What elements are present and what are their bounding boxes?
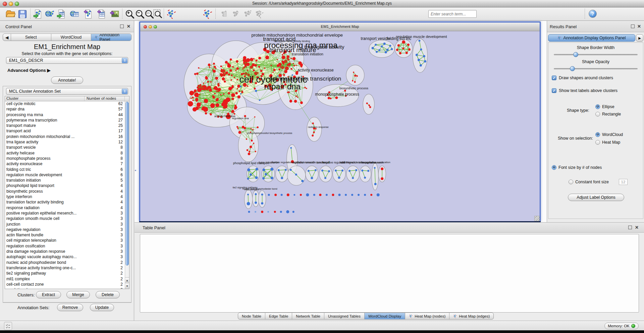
table-row[interactable]: transport mature25 <box>5 123 125 129</box>
radio-selected-icon[interactable] <box>595 132 600 137</box>
radio-selected-icon[interactable] <box>595 104 600 109</box>
tab-heat-map-edges-[interactable]: Heat Map (edges) <box>449 313 493 319</box>
table-row[interactable]: transferase activity transferring one-c.… <box>5 266 125 271</box>
shape-border-width-slider[interactable] <box>554 52 638 57</box>
tab-annotation-display-options[interactable]: Annotation Display Options Panel <box>548 34 635 42</box>
remove-button[interactable]: Remove <box>57 304 83 311</box>
table-row[interactable]: type interferon4 <box>5 194 125 200</box>
adjust-label-options-button[interactable]: Adjust Label Options <box>568 194 624 201</box>
memory-status-badge[interactable]: Memory: OK <box>604 323 639 329</box>
table-row[interactable]: folding cct tric6 <box>5 167 125 173</box>
export-image-icon[interactable] <box>109 9 119 19</box>
table-row[interactable]: response radiation4 <box>5 205 125 211</box>
merge-button[interactable]: Merge <box>66 291 90 298</box>
table-row[interactable]: transport acid17 <box>5 129 125 134</box>
import-network-url-icon[interactable] <box>44 9 54 19</box>
table-row[interactable]: tie2 signaling pathway2 <box>5 271 125 276</box>
table-row[interactable]: regulation muscle development6 <box>5 173 125 178</box>
col-cluster[interactable]: Cluster <box>5 96 85 101</box>
export-table-icon[interactable] <box>97 9 107 19</box>
table-row[interactable]: processing rna mrna44 <box>5 112 125 118</box>
table-row[interactable]: junction3 <box>5 222 125 227</box>
tab-select[interactable]: Select <box>11 34 51 41</box>
selection-heatmap-radio[interactable]: Heat Map <box>595 140 620 145</box>
radio-icon[interactable] <box>595 112 600 116</box>
splitter-collapse-left-icon[interactable]: ◂ <box>135 169 136 172</box>
float-panel-icon[interactable] <box>631 25 635 28</box>
table-row[interactable]: translation initiation5 <box>5 178 125 183</box>
update-button[interactable]: Update <box>90 304 114 311</box>
tab-node-table[interactable]: Node Table <box>238 313 265 319</box>
slider-thumb[interactable] <box>573 52 578 57</box>
font-by-nodes-radio[interactable]: Font size by # of nodes <box>552 165 602 170</box>
gene-set-column-select[interactable]: EM1_GS_DESCR ▲▼ <box>6 57 128 64</box>
task-history-icon[interactable] <box>4 322 12 330</box>
zoom-out-icon[interactable] <box>135 9 145 19</box>
constant-font-size-input[interactable] <box>619 179 628 185</box>
extract-button[interactable]: Extract <box>36 291 61 298</box>
checkbox-checked-icon[interactable]: ✓ <box>552 76 556 80</box>
table-row[interactable]: protein mitochondrion mitochondrial ...1… <box>5 134 125 140</box>
shape-type-rectangle-radio[interactable]: Rectangle <box>595 112 621 116</box>
network-window-titlebar[interactable]: EM1_Enrichment Map <box>140 22 540 31</box>
float-panel-icon[interactable] <box>120 25 124 28</box>
scroll-down-icon[interactable]: ▼ <box>125 283 129 289</box>
show-labels-checkbox[interactable]: ✓ Show text labels above clusters <box>552 88 618 93</box>
network-canvas[interactable]: protein mitochondrion mitochondrial enve… <box>140 31 540 216</box>
search-input[interactable] <box>428 10 477 18</box>
annotation-set-select[interactable]: MCL Cluster Annotation Set ▲▼ <box>6 88 128 95</box>
save-session-icon[interactable] <box>17 9 28 19</box>
tab-heat-map-nodes-[interactable]: Heat Map (nodes) <box>405 313 449 319</box>
tab-edge-table[interactable]: Edge Table <box>265 313 292 319</box>
table-row[interactable]: monophosphate process8 <box>5 156 125 161</box>
table-row[interactable]: mll1 complex2 <box>5 277 125 282</box>
help-icon[interactable]: ? <box>589 10 597 18</box>
close-panel-icon[interactable]: ✕ <box>635 225 639 230</box>
scroll-up-icon[interactable]: ▲ <box>125 277 129 283</box>
table-row[interactable]: regulation ossification3 <box>5 244 125 249</box>
import-network-file-icon[interactable] <box>33 9 43 19</box>
table-row[interactable]: translation factor activity binding4 <box>5 200 125 205</box>
resize-grip-icon[interactable] <box>534 216 540 221</box>
table-row[interactable]: activity helicase8 <box>5 151 125 156</box>
scrollbar-thumb[interactable] <box>125 102 129 266</box>
advanced-options-toggle[interactable]: Advanced Options ▶ <box>7 68 50 73</box>
constant-font-radio[interactable]: Constant font size <box>569 180 609 184</box>
radio-icon[interactable] <box>595 140 600 145</box>
table-row[interactable]: nucleic acid phosphodiester bond2 <box>5 260 125 266</box>
tab-network-table[interactable]: Network Table <box>292 313 324 319</box>
layout-preferred-icon[interactable] <box>203 9 213 19</box>
table-row[interactable]: polymerase rna transcription27 <box>5 118 125 123</box>
open-session-icon[interactable] <box>5 9 15 19</box>
col-number-of-nodes[interactable]: Number of nodes <box>85 96 125 101</box>
slider-thumb[interactable] <box>570 66 575 71</box>
float-panel-icon[interactable] <box>628 226 632 229</box>
import-table-file-icon[interactable] <box>56 9 66 19</box>
close-panel-icon[interactable]: ✕ <box>637 24 641 29</box>
radio-icon[interactable] <box>569 180 573 184</box>
tab-scroll-right-icon[interactable]: ▶ <box>636 34 643 42</box>
draw-shapes-checkbox[interactable]: ✓ Draw shapes around clusters <box>552 76 613 80</box>
table-row[interactable]: negative regulation3 <box>5 227 125 233</box>
table-row[interactable]: regulation dna2 <box>5 287 125 289</box>
table-row[interactable]: autophagic vacuole autophagy macro...3 <box>5 254 125 260</box>
table-row[interactable]: phospholipid lipid transport4 <box>5 183 125 189</box>
tab-wordcloud-display[interactable]: WordCloud Display <box>365 313 405 319</box>
tab-wordcloud[interactable]: WordCloud <box>51 34 92 41</box>
cluster-table-scrollbar[interactable]: ▲ ▼ <box>125 101 129 289</box>
table-row[interactable]: cell-cell contact zone2 <box>5 282 125 287</box>
shape-opacity-slider[interactable] <box>554 66 638 71</box>
shape-type-ellipse-radio[interactable]: Ellipse <box>595 104 614 109</box>
tab-annotation-panel[interactable]: Annotation Panel <box>91 34 131 41</box>
table-row[interactable]: dna damage regulation response3 <box>5 249 125 254</box>
table-row[interactable]: transport vesicle8 <box>5 145 125 150</box>
table-row[interactable]: repair dna57 <box>5 107 125 112</box>
radio-selected-icon[interactable] <box>552 165 556 170</box>
table-row[interactable]: activity exonuclease7 <box>5 161 125 167</box>
apply-layout-icon[interactable] <box>166 9 176 19</box>
table-row[interactable]: positive regulation epithelial mesench..… <box>5 211 125 216</box>
export-network-icon[interactable] <box>83 9 93 19</box>
tab-unassigned-tables[interactable]: Unassigned Tables <box>324 313 365 319</box>
table-row[interactable]: regulation smooth muscle cell3 <box>5 216 125 222</box>
close-panel-icon[interactable]: ✕ <box>127 24 130 29</box>
